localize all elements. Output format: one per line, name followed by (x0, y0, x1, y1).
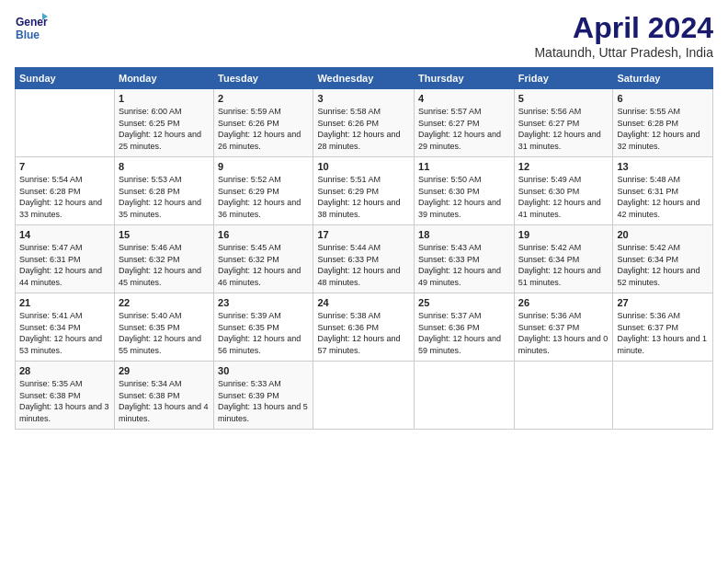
day-number: 29 (119, 365, 210, 376)
day-number: 15 (119, 229, 210, 240)
day-info: Sunrise: 5:42 AM Sunset: 6:34 PM Dayligh… (617, 242, 709, 288)
day-info: Sunrise: 5:33 AM Sunset: 6:39 PM Dayligh… (218, 378, 309, 424)
cell-4-3 (313, 362, 415, 430)
day-info: Sunrise: 5:43 AM Sunset: 6:33 PM Dayligh… (418, 242, 510, 288)
day-info: Sunrise: 5:36 AM Sunset: 6:37 PM Dayligh… (518, 310, 609, 356)
cell-2-1: 15Sunrise: 5:46 AM Sunset: 6:32 PM Dayli… (114, 225, 213, 293)
cell-2-4: 18Sunrise: 5:43 AM Sunset: 6:33 PM Dayli… (415, 225, 515, 293)
day-number: 13 (617, 161, 709, 172)
cell-3-0: 21Sunrise: 5:41 AM Sunset: 6:34 PM Dayli… (16, 293, 115, 362)
day-info: Sunrise: 5:51 AM Sunset: 6:29 PM Dayligh… (317, 174, 410, 220)
col-header-wednesday: Wednesday (313, 68, 415, 89)
day-number: 10 (317, 161, 410, 172)
day-info: Sunrise: 5:59 AM Sunset: 6:26 PM Dayligh… (218, 106, 309, 152)
day-info: Sunrise: 5:34 AM Sunset: 6:38 PM Dayligh… (119, 378, 210, 424)
cell-0-6: 6Sunrise: 5:55 AM Sunset: 6:28 PM Daylig… (613, 89, 713, 157)
day-info: Sunrise: 5:49 AM Sunset: 6:30 PM Dayligh… (518, 174, 609, 220)
col-header-tuesday: Tuesday (214, 68, 313, 89)
cell-2-6: 20Sunrise: 5:42 AM Sunset: 6:34 PM Dayli… (613, 225, 713, 293)
week-row-1: 7Sunrise: 5:54 AM Sunset: 6:28 PM Daylig… (16, 157, 713, 225)
week-row-2: 14Sunrise: 5:47 AM Sunset: 6:31 PM Dayli… (16, 225, 713, 293)
day-info: Sunrise: 5:46 AM Sunset: 6:32 PM Dayligh… (119, 242, 210, 288)
day-number: 7 (19, 161, 110, 172)
day-number: 19 (518, 229, 609, 240)
day-number: 27 (617, 297, 709, 308)
cell-2-2: 16Sunrise: 5:45 AM Sunset: 6:32 PM Dayli… (214, 225, 313, 293)
day-info: Sunrise: 5:53 AM Sunset: 6:28 PM Dayligh… (119, 174, 210, 220)
day-info: Sunrise: 5:36 AM Sunset: 6:37 PM Dayligh… (617, 310, 709, 356)
day-number: 17 (317, 229, 410, 240)
day-info: Sunrise: 5:55 AM Sunset: 6:28 PM Dayligh… (617, 106, 709, 152)
cell-1-3: 10Sunrise: 5:51 AM Sunset: 6:29 PM Dayli… (313, 157, 415, 225)
week-row-3: 21Sunrise: 5:41 AM Sunset: 6:34 PM Dayli… (16, 293, 713, 362)
svg-text:Blue: Blue (16, 29, 40, 41)
day-number: 3 (317, 93, 410, 104)
day-number: 18 (418, 229, 510, 240)
day-number: 14 (19, 229, 110, 240)
col-header-thursday: Thursday (415, 68, 515, 89)
day-number: 28 (19, 365, 110, 376)
day-number: 5 (518, 93, 609, 104)
week-row-4: 28Sunrise: 5:35 AM Sunset: 6:38 PM Dayli… (16, 362, 713, 430)
main-title: April 2024 (534, 11, 713, 45)
cell-4-5 (514, 362, 613, 430)
col-header-friday: Friday (514, 68, 613, 89)
day-info: Sunrise: 5:39 AM Sunset: 6:35 PM Dayligh… (218, 310, 309, 356)
day-info: Sunrise: 5:54 AM Sunset: 6:28 PM Dayligh… (19, 174, 110, 220)
cell-1-0: 7Sunrise: 5:54 AM Sunset: 6:28 PM Daylig… (16, 157, 115, 225)
day-number: 21 (19, 297, 110, 308)
day-info: Sunrise: 5:37 AM Sunset: 6:36 PM Dayligh… (418, 310, 510, 356)
title-block: April 2024 Mataundh, Uttar Pradesh, Indi… (534, 11, 713, 60)
calendar-table: SundayMondayTuesdayWednesdayThursdayFrid… (15, 67, 713, 430)
day-info: Sunrise: 5:41 AM Sunset: 6:34 PM Dayligh… (19, 310, 110, 356)
day-info: Sunrise: 5:57 AM Sunset: 6:27 PM Dayligh… (418, 106, 510, 152)
day-number: 11 (418, 161, 510, 172)
day-number: 16 (218, 229, 309, 240)
header: General Blue April 2024 Mataundh, Uttar … (15, 11, 713, 60)
day-info: Sunrise: 5:58 AM Sunset: 6:26 PM Dayligh… (317, 106, 410, 152)
cell-4-6 (613, 362, 713, 430)
cell-0-0 (16, 89, 115, 157)
header-row: SundayMondayTuesdayWednesdayThursdayFrid… (16, 68, 713, 89)
cell-3-3: 24Sunrise: 5:38 AM Sunset: 6:36 PM Dayli… (313, 293, 415, 362)
day-info: Sunrise: 5:42 AM Sunset: 6:34 PM Dayligh… (518, 242, 609, 288)
cell-4-4 (415, 362, 515, 430)
logo: General Blue (15, 11, 48, 44)
col-header-sunday: Sunday (16, 68, 115, 89)
cell-1-5: 12Sunrise: 5:49 AM Sunset: 6:30 PM Dayli… (514, 157, 613, 225)
day-number: 30 (218, 365, 309, 376)
cell-1-1: 8Sunrise: 5:53 AM Sunset: 6:28 PM Daylig… (114, 157, 213, 225)
cell-0-1: 1Sunrise: 6:00 AM Sunset: 6:25 PM Daylig… (114, 89, 213, 157)
page: General Blue April 2024 Mataundh, Uttar … (0, 0, 728, 563)
day-number: 23 (218, 297, 309, 308)
cell-0-4: 4Sunrise: 5:57 AM Sunset: 6:27 PM Daylig… (415, 89, 515, 157)
subtitle: Mataundh, Uttar Pradesh, India (534, 45, 713, 60)
day-info: Sunrise: 5:38 AM Sunset: 6:36 PM Dayligh… (317, 310, 410, 356)
day-info: Sunrise: 5:52 AM Sunset: 6:29 PM Dayligh… (218, 174, 309, 220)
day-info: Sunrise: 5:35 AM Sunset: 6:38 PM Dayligh… (19, 378, 110, 424)
day-info: Sunrise: 5:48 AM Sunset: 6:31 PM Dayligh… (617, 174, 709, 220)
cell-2-5: 19Sunrise: 5:42 AM Sunset: 6:34 PM Dayli… (514, 225, 613, 293)
day-info: Sunrise: 5:56 AM Sunset: 6:27 PM Dayligh… (518, 106, 609, 152)
day-number: 8 (119, 161, 210, 172)
cell-4-2: 30Sunrise: 5:33 AM Sunset: 6:39 PM Dayli… (214, 362, 313, 430)
cell-3-6: 27Sunrise: 5:36 AM Sunset: 6:37 PM Dayli… (613, 293, 713, 362)
day-number: 9 (218, 161, 309, 172)
day-info: Sunrise: 5:44 AM Sunset: 6:33 PM Dayligh… (317, 242, 410, 288)
cell-4-1: 29Sunrise: 5:34 AM Sunset: 6:38 PM Dayli… (114, 362, 213, 430)
logo-icon: General Blue (15, 11, 48, 44)
cell-2-0: 14Sunrise: 5:47 AM Sunset: 6:31 PM Dayli… (16, 225, 115, 293)
cell-4-0: 28Sunrise: 5:35 AM Sunset: 6:38 PM Dayli… (16, 362, 115, 430)
cell-1-6: 13Sunrise: 5:48 AM Sunset: 6:31 PM Dayli… (613, 157, 713, 225)
col-header-monday: Monday (114, 68, 213, 89)
day-number: 4 (418, 93, 510, 104)
day-number: 24 (317, 297, 410, 308)
day-number: 25 (418, 297, 510, 308)
cell-0-2: 2Sunrise: 5:59 AM Sunset: 6:26 PM Daylig… (214, 89, 313, 157)
day-info: Sunrise: 5:47 AM Sunset: 6:31 PM Dayligh… (19, 242, 110, 288)
day-info: Sunrise: 5:50 AM Sunset: 6:30 PM Dayligh… (418, 174, 510, 220)
day-number: 1 (119, 93, 210, 104)
cell-0-5: 5Sunrise: 5:56 AM Sunset: 6:27 PM Daylig… (514, 89, 613, 157)
cell-0-3: 3Sunrise: 5:58 AM Sunset: 6:26 PM Daylig… (313, 89, 415, 157)
day-number: 2 (218, 93, 309, 104)
